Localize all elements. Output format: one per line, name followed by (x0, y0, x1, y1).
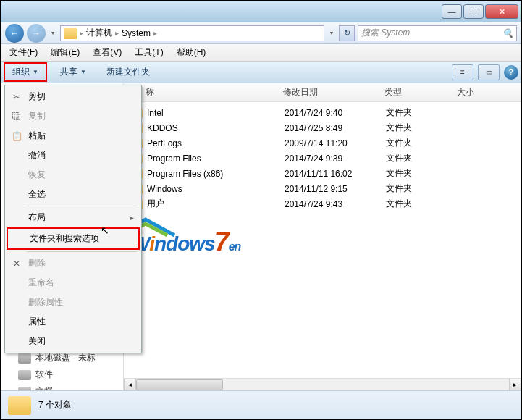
header-type[interactable]: 类型 (384, 86, 457, 98)
titlebar: — ☐ ✕ (1, 1, 521, 22)
sidebar-item-label: 本地磁盘 - 未标 (35, 352, 96, 364)
new-folder-button[interactable]: 新建文件夹 (99, 64, 157, 80)
nav-history-dropdown[interactable]: ▾ (49, 26, 57, 41)
dd-label: 关闭 (28, 335, 46, 348)
menu-view[interactable]: 查看(V) (87, 45, 127, 60)
status-count: 7 个对象 (38, 399, 72, 411)
file-type: 文件夹 (386, 152, 458, 164)
file-type: 文件夹 (386, 137, 458, 149)
dd-layout[interactable]: 布局 ▸ (7, 208, 140, 227)
file-row[interactable]: 用户2014/7/24 9:43文件夹 (124, 196, 521, 211)
file-name: Windows (147, 184, 285, 194)
chevron-down-icon: ▼ (33, 69, 38, 75)
file-type: 文件夹 (386, 122, 458, 134)
dd-remove-props: 删除属性 (7, 293, 140, 312)
scissors-icon: ✂ (11, 91, 22, 103)
file-row[interactable]: PerfLogs2009/7/14 11:20文件夹 (124, 135, 521, 151)
navbar: ← → ▾ ▸ 计算机 ▸ System ▸ ▾ ↻ 搜索 System 🔍 (1, 22, 521, 44)
menu-file[interactable]: 文件(F) (4, 45, 43, 60)
dd-folder-options[interactable]: 文件夹和搜索选项 (7, 227, 140, 250)
file-row[interactable]: Program Files (x86)2014/11/11 16:02文件夹 (124, 166, 521, 181)
breadcrumb-system[interactable]: System (122, 28, 151, 38)
share-button[interactable]: 共享 ▼ (53, 64, 93, 80)
view-mode-button[interactable]: ≡ (452, 64, 473, 80)
folder-icon (8, 396, 31, 415)
help-button[interactable]: ? (504, 65, 518, 80)
chevron-right-icon[interactable]: ▸ (115, 29, 119, 37)
header-name[interactable]: 称 (124, 86, 283, 98)
dd-cut[interactable]: ✂ 剪切 (7, 87, 140, 106)
dd-label: 删除属性 (28, 296, 63, 308)
horizontal-scrollbar[interactable]: ◄ ► (124, 378, 521, 390)
back-button[interactable]: ← (5, 24, 24, 43)
dd-label: 剪切 (28, 91, 46, 103)
chevron-down-icon: ▼ (80, 69, 86, 75)
search-placeholder: 搜索 System (361, 27, 410, 39)
dd-close[interactable]: 关闭 (7, 332, 140, 351)
dd-label: 布局 (28, 211, 46, 224)
file-row[interactable]: Program Files2014/7/24 9:39文件夹 (124, 151, 521, 166)
close-button[interactable]: ✕ (485, 4, 518, 19)
statusbar: 7 个对象 (1, 390, 521, 419)
chevron-right-icon[interactable]: ▸ (80, 29, 83, 37)
header-size[interactable]: 大小 (457, 86, 500, 98)
file-date: 2014/7/24 9:39 (285, 154, 386, 164)
dd-label: 撤消 (28, 149, 46, 161)
breadcrumb-dropdown[interactable]: ▾ (327, 26, 336, 41)
sidebar-item-documents[interactable]: 文档 (4, 383, 120, 390)
dd-redo: 恢复 (7, 165, 140, 185)
menubar: 文件(F) 编辑(E) 查看(V) 工具(T) 帮助(H) (1, 44, 521, 62)
file-row[interactable]: Windows2014/11/12 9:15文件夹 (124, 181, 521, 196)
scroll-right-button[interactable]: ► (509, 379, 521, 391)
dd-delete: ✕ 删除 (7, 253, 140, 273)
chevron-right-icon[interactable]: ▸ (153, 29, 157, 37)
drive-icon (18, 353, 31, 364)
dd-rename: 重命名 (7, 273, 140, 293)
file-name: 用户 (147, 198, 285, 210)
dd-label: 属性 (28, 316, 46, 328)
file-row[interactable]: Intel2014/7/24 9:40文件夹 (124, 105, 521, 120)
menu-tools[interactable]: 工具(T) (129, 45, 169, 60)
cursor-icon: ↖ (101, 224, 109, 236)
organize-label: 组织 (12, 66, 30, 78)
scroll-thumb[interactable] (136, 379, 223, 390)
separator (27, 251, 137, 252)
dd-undo[interactable]: 撤消 (7, 146, 140, 165)
file-date: 2014/11/11 16:02 (285, 169, 386, 179)
refresh-button[interactable]: ↻ (339, 25, 355, 41)
scroll-left-button[interactable]: ◄ (124, 379, 136, 391)
dd-properties[interactable]: 属性 (7, 312, 140, 332)
file-type: 文件夹 (386, 182, 458, 195)
breadcrumb[interactable]: ▸ 计算机 ▸ System ▸ (60, 25, 324, 41)
sidebar-item-software[interactable]: 软件 (4, 366, 120, 383)
organize-button[interactable]: 组织 ▼ (4, 62, 47, 82)
search-input[interactable]: 搜索 System 🔍 (358, 25, 517, 41)
breadcrumb-computer[interactable]: 计算机 (86, 27, 112, 39)
share-label: 共享 (60, 66, 77, 78)
file-date: 2014/7/24 9:43 (285, 199, 386, 209)
minimize-button[interactable]: — (442, 4, 462, 19)
dd-selectall[interactable]: 全选 (7, 185, 140, 204)
dd-paste[interactable]: 📋 粘贴 (7, 126, 140, 146)
toolbar: 组织 ▼ 共享 ▼ 新建文件夹 ≡ ▭ ? (1, 62, 521, 83)
explorer-window: — ☐ ✕ ← → ▾ ▸ 计算机 ▸ System ▸ ▾ ↻ 搜索 Syst… (0, 0, 522, 420)
file-name: PerfLogs (147, 138, 285, 148)
sidebar-item-label: 文档 (35, 385, 53, 390)
separator (27, 206, 137, 206)
delete-icon: ✕ (11, 258, 22, 269)
paste-icon: 📋 (11, 130, 22, 142)
preview-pane-button[interactable]: ▭ (478, 64, 500, 80)
forward-button[interactable]: → (27, 24, 46, 43)
header-date[interactable]: 修改日期 (283, 86, 384, 98)
column-headers: 称 修改日期 类型 大小 (124, 83, 521, 102)
dd-label: 文件夹和搜索选项 (30, 232, 99, 245)
file-type: 文件夹 (386, 106, 458, 119)
menu-edit[interactable]: 编辑(E) (45, 45, 85, 60)
menu-help[interactable]: 帮助(H) (171, 45, 212, 60)
file-row[interactable]: KDDOS2014/7/25 8:49文件夹 (124, 120, 521, 135)
maximize-button[interactable]: ☐ (463, 4, 484, 19)
file-date: 2014/11/12 9:15 (285, 184, 386, 194)
sidebar-item-label: 软件 (35, 369, 53, 381)
dd-label: 粘贴 (28, 130, 46, 142)
dd-label: 重命名 (28, 277, 54, 289)
